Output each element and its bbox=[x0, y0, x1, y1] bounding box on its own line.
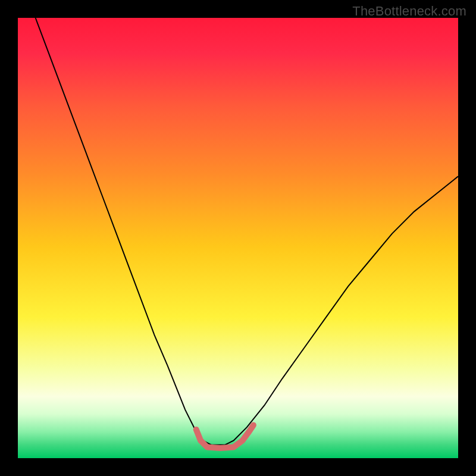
watermark-text: TheBottleneck.com bbox=[352, 4, 466, 19]
chart-plot-area bbox=[18, 18, 458, 458]
chart-frame: TheBottleneck.com bbox=[0, 0, 476, 476]
chart-svg bbox=[18, 18, 458, 458]
gradient-background bbox=[18, 18, 458, 458]
